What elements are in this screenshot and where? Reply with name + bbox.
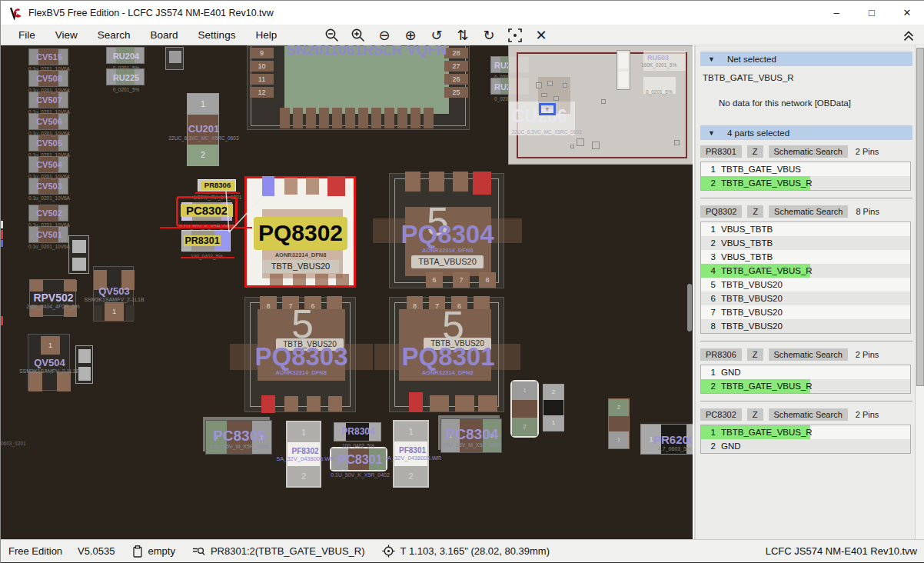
component-edge-mark-4[interactable] xyxy=(1,316,3,325)
component-label: RU503 xyxy=(647,54,669,62)
schematic-search-badge[interactable]: Schematic Search xyxy=(769,408,848,421)
pin-row[interactable]: 1GND xyxy=(701,365,910,379)
pin-row[interactable]: 3VBUS_TBTB xyxy=(701,250,910,264)
schematic-search-badge[interactable]: Schematic Search xyxy=(769,348,848,361)
menu-item-view[interactable]: View xyxy=(45,25,88,45)
component-PQ8304[interactable]: 6785PQ8304AONR32314_DFN8TBTA_VBUS20 xyxy=(389,173,504,288)
pin-row[interactable]: 2VBUS_TBTB xyxy=(701,236,910,250)
component-label: PR8304 xyxy=(334,427,382,438)
pad xyxy=(345,108,355,128)
pin-row[interactable]: 6TBTB_VBUS20 xyxy=(701,291,910,305)
component-PQ8302[interactable]: PQ8302AONR32314_DFN8TBTB_VBUS20 xyxy=(244,176,356,288)
component-part-e[interactable]: 21 xyxy=(543,384,564,431)
net-selected-header[interactable]: ▼ Net selected xyxy=(700,52,912,66)
swap-vertical-icon[interactable]: ⇅ xyxy=(453,26,473,45)
part-ref-badge[interactable]: PR8301 xyxy=(700,145,742,158)
panel-scrollbar[interactable] xyxy=(915,45,924,539)
panel-scrollbar-thumb[interactable] xyxy=(916,48,924,386)
collapse-triangle-icon[interactable]: ▼ xyxy=(708,129,715,137)
pin-net: GND xyxy=(721,368,741,377)
close-icon[interactable]: ✕ xyxy=(531,26,551,45)
selection-box[interactable]: + xyxy=(539,103,556,115)
component-PR8304[interactable]: PR8304100_0402_5% xyxy=(334,422,381,441)
minus-circle-icon[interactable]: ⊖ xyxy=(374,26,394,45)
menu-item-settings[interactable]: Settings xyxy=(188,25,246,45)
component-edge-mark-2[interactable] xyxy=(1,230,3,239)
parts-selected-header[interactable]: ▼ 4 parts selected xyxy=(700,125,912,140)
preview-overlay[interactable]: RU503 160K_0201_5% 0_0201_5% CU206 22UC_… xyxy=(508,45,693,165)
menu-item-search[interactable]: Search xyxy=(88,25,141,45)
pin-row[interactable]: 2GND xyxy=(701,439,910,453)
part-ref-badge[interactable]: PC8302 xyxy=(700,408,742,421)
component-canvas-edge-mark[interactable] xyxy=(687,284,692,331)
component-IC-SN2011061RSLR[interactable]: SN2011061RSLR VQFN910111228272625 xyxy=(247,45,470,130)
component-edge-mark-3[interactable] xyxy=(1,240,3,247)
component-part-b[interactable] xyxy=(68,235,89,274)
pin-row[interactable]: 1VBUS_TBTB xyxy=(701,222,910,236)
component-PR8306[interactable]: PR83061/20W_7M_5%_0201 xyxy=(198,179,236,192)
component-CV505[interactable]: CV5050.1u_0201_10V6A xyxy=(28,135,68,152)
component-edge-label[interactable]: 0603_0201 xyxy=(1,441,35,448)
zoom-badge[interactable]: Z xyxy=(747,408,763,421)
component-PC8304[interactable]: 12PC830410U_25V_M_X5R_0603 xyxy=(440,418,502,453)
plus-circle-icon[interactable]: ⊕ xyxy=(401,26,420,45)
component-PC8302[interactable]: PC83020.1U_50V_K_X5R_0402 xyxy=(176,196,238,227)
focus-icon[interactable] xyxy=(505,26,525,45)
component-PR8301[interactable]: PR8301100_0402_5% xyxy=(181,230,231,252)
zoom-badge[interactable]: Z xyxy=(747,145,763,158)
component-edge-mark-1[interactable] xyxy=(1,221,3,228)
component-RPV502[interactable]: RPV5022.2K_0404_4P2R_5% xyxy=(29,279,76,316)
component-CV508[interactable]: CV5080.1u_0201_10V6A xyxy=(28,70,68,87)
zoom-in-icon[interactable] xyxy=(348,26,368,45)
component-CV507[interactable]: CV5070.1u_0201_10V6A xyxy=(28,92,68,108)
part-ref-badge[interactable]: PQ8302 xyxy=(700,205,742,218)
collapse-panel-icon[interactable] xyxy=(899,26,919,45)
pin-row[interactable]: 1TBTB_GATE_VBUS xyxy=(701,162,910,176)
collapse-triangle-icon[interactable]: ▼ xyxy=(708,55,715,63)
pin-number: 5 xyxy=(705,280,716,289)
pin-row[interactable]: 5TBTB_VBUS20 xyxy=(701,278,910,291)
component-PR6200[interactable]: 1PR62004.7_0603_5% xyxy=(640,424,693,455)
minimize-button[interactable]: – xyxy=(819,1,854,25)
component-part-d[interactable]: 12 xyxy=(510,380,539,438)
rotate-cw-icon[interactable]: ↻ xyxy=(479,26,499,45)
pin-row[interactable]: 7TBTB_VBUS20 xyxy=(701,305,910,319)
component-QV504[interactable]: 1QV504SSM3K1SAMFV_2-1L1B xyxy=(28,334,70,391)
schematic-search-badge[interactable]: Schematic Search xyxy=(769,145,848,158)
component-CU201[interactable]: 12CU20122UC_6.3VC_MC_X5RC_0603 xyxy=(187,93,219,166)
maximize-button[interactable]: □ xyxy=(854,1,889,25)
component-part-f[interactable]: 21 xyxy=(608,398,630,449)
menu-item-board[interactable]: Board xyxy=(141,25,188,45)
zoom-out-icon[interactable] xyxy=(322,26,342,45)
component-CV502[interactable]: CV5020.1u_0201_10V6A xyxy=(28,205,68,222)
pin-row[interactable]: 1TBTB_GATE_VBUS_R xyxy=(701,425,910,439)
rotate-ccw-icon[interactable]: ↺ xyxy=(427,26,447,45)
pin-row[interactable]: 4TBTB_GATE_VBUS_R xyxy=(701,264,910,278)
pin-row[interactable]: 2TBTB_GATE_VBUS_R xyxy=(701,176,910,190)
component-part-a[interactable] xyxy=(165,47,184,70)
component-PQ8301[interactable]: 8765TBTB_VBUS20PQ8301AONR32314_DFN8 xyxy=(389,297,504,412)
part-ref-badge[interactable]: PR8306 xyxy=(700,348,742,361)
zoom-badge[interactable]: Z xyxy=(747,205,763,218)
pin-number: 1 xyxy=(705,368,716,377)
component-CV501[interactable]: CV5010.1u_0201_10V6A xyxy=(28,226,68,243)
schematic-search-badge[interactable]: Schematic Search xyxy=(769,205,848,218)
board-canvas[interactable]: RU503 160K_0201_5% 0_0201_5% CU206 22UC_… xyxy=(1,45,693,539)
component-CV503[interactable]: CV5030.1u_0201_10V6A xyxy=(28,178,68,195)
pin-row[interactable]: 8TBTB_VBUS20 xyxy=(701,319,910,333)
component-CV515[interactable]: CV5150.1u_0201_10V6A xyxy=(28,48,68,65)
component-label: CV515 xyxy=(29,52,69,62)
component-PC8305[interactable]: 21PC830510U_25V_M_X5R_0603 xyxy=(205,420,272,455)
zoom-badge[interactable]: Z xyxy=(747,348,763,361)
component-PQ8303[interactable]: 8765TBTB_VBUS20PQ8303AONR32314_DFN8 xyxy=(244,297,356,412)
component-QV503[interactable]: 1QV503SSM3K1SAMFV_2-1L1B xyxy=(93,266,134,321)
component-CV504[interactable]: CV5040.1u_0201_10V6A xyxy=(28,156,68,173)
menu-item-file[interactable]: File xyxy=(8,25,45,45)
pin-row[interactable]: 2TBTB_GATE_VBUS_R xyxy=(701,379,910,393)
close-button[interactable]: ✕ xyxy=(889,1,924,25)
component-part-c[interactable] xyxy=(75,345,93,384)
component-PF8302[interactable]: 12PF8302SA_32V_0438005.WR xyxy=(286,421,321,488)
component-RU204[interactable]: RU2040_0201_5% xyxy=(106,47,145,64)
menu-item-help[interactable]: Help xyxy=(245,25,287,45)
component-CV506[interactable]: CV5060.1u_0201_10V6A xyxy=(28,113,68,130)
